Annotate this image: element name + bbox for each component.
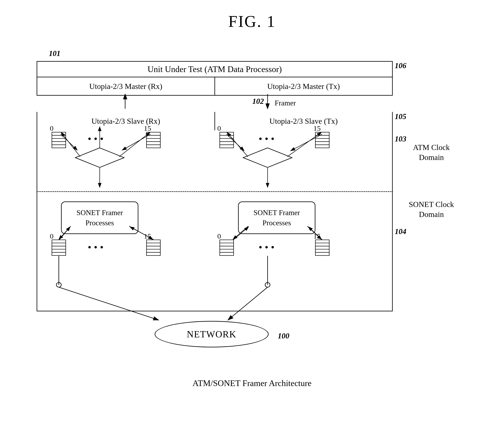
- uut-title: Unit Under Test (ATM Data Processor): [147, 64, 282, 74]
- utopia-slave-tx: Utopia-2/3 Slave (Tx): [215, 112, 392, 130]
- label-103: 103: [395, 134, 406, 143]
- framer-label: Framer: [275, 99, 296, 107]
- label-102: 102: [252, 97, 264, 106]
- utopia-master-rx: Utopia-2/3 Master (Rx): [37, 77, 215, 95]
- label-101: 101: [49, 49, 61, 58]
- sonet-framer-right: SONET Framer Processes: [238, 202, 315, 234]
- atm-clock-domain-label: ATM ClockDomain: [403, 142, 460, 163]
- page-title: FIG. 1: [0, 12, 504, 31]
- utopia-master-row: Utopia-2/3 Master (Rx) Utopia-2/3 Master…: [37, 77, 393, 96]
- caption: ATM/SONET Framer Architecture: [37, 378, 467, 388]
- label-100: 100: [278, 331, 289, 340]
- diagram: 101 Unit Under Test (ATM Data Processor)…: [37, 29, 467, 400]
- sonet-framer-left: SONET Framer Processes: [61, 202, 138, 234]
- uut-box: Unit Under Test (ATM Data Processor): [37, 61, 393, 77]
- utopia-master-tx: Utopia-2/3 Master (Tx): [215, 77, 392, 95]
- label-105: 105: [395, 112, 406, 121]
- utopia-slave-row: Utopia-2/3 Slave (Rx) Utopia-2/3 Slave (…: [37, 112, 393, 130]
- label-106: 106: [395, 61, 406, 70]
- network-ellipse: NETWORK: [155, 321, 268, 347]
- dashed-separator: [37, 191, 393, 192]
- sonet-clock-domain-label: SONET ClockDomain: [403, 199, 460, 220]
- label-104: 104: [395, 227, 406, 236]
- utopia-slave-rx: Utopia-2/3 Slave (Rx): [37, 112, 215, 130]
